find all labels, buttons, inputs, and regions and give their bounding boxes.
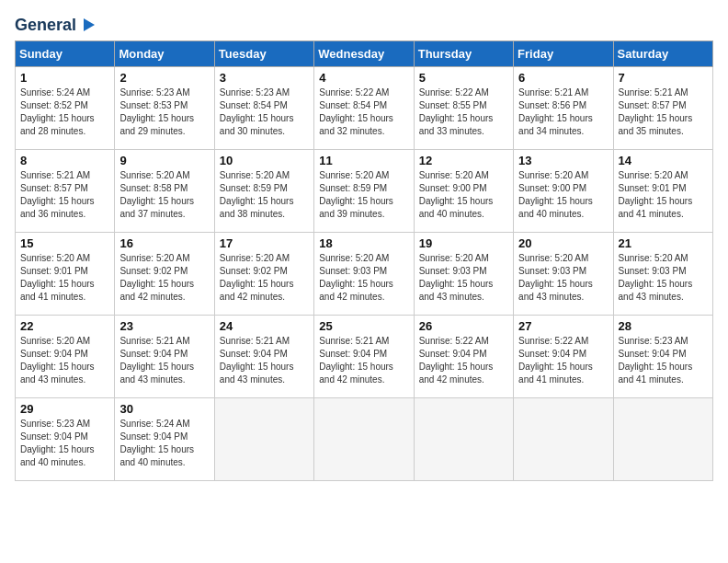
day-info: Sunrise: 5:20 AM Sunset: 9:01 PM Dayligh… xyxy=(20,252,109,304)
calendar-cell: 15 Sunrise: 5:20 AM Sunset: 9:01 PM Dayl… xyxy=(16,233,115,316)
day-number: 21 xyxy=(619,236,708,250)
calendar-cell: 19 Sunrise: 5:20 AM Sunset: 9:03 PM Dayl… xyxy=(414,233,513,316)
day-info: Sunrise: 5:22 AM Sunset: 9:04 PM Dayligh… xyxy=(419,335,508,386)
calendar-cell: 14 Sunrise: 5:20 AM Sunset: 9:01 PM Dayl… xyxy=(613,150,712,233)
calendar-cell: 17 Sunrise: 5:20 AM Sunset: 9:02 PM Dayl… xyxy=(214,233,313,316)
day-number: 16 xyxy=(119,236,209,250)
calendar-cell: 10 Sunrise: 5:20 AM Sunset: 8:59 PM Dayl… xyxy=(214,150,313,233)
day-number: 1 xyxy=(20,71,109,85)
calendar-cell xyxy=(214,398,313,481)
day-number: 8 xyxy=(20,154,109,167)
day-info: Sunrise: 5:20 AM Sunset: 9:00 PM Dayligh… xyxy=(419,169,508,221)
weekday-header-saturday: Saturday xyxy=(613,41,712,67)
calendar-week-5: 29 Sunrise: 5:23 AM Sunset: 9:04 PM Dayl… xyxy=(16,398,713,481)
calendar-cell: 23 Sunrise: 5:21 AM Sunset: 9:04 PM Dayl… xyxy=(115,316,214,398)
calendar-cell: 8 Sunrise: 5:21 AM Sunset: 8:57 PM Dayli… xyxy=(16,150,115,233)
weekday-header-sunday: Sunday xyxy=(16,41,115,67)
day-number: 5 xyxy=(419,71,508,85)
day-info: Sunrise: 5:20 AM Sunset: 9:04 PM Dayligh… xyxy=(20,335,109,386)
calendar-cell: 28 Sunrise: 5:23 AM Sunset: 9:04 PM Dayl… xyxy=(613,316,712,398)
day-info: Sunrise: 5:21 AM Sunset: 9:04 PM Dayligh… xyxy=(319,335,408,386)
day-info: Sunrise: 5:21 AM Sunset: 8:57 PM Dayligh… xyxy=(20,169,109,221)
page-header: General xyxy=(15,15,713,31)
day-info: Sunrise: 5:24 AM Sunset: 9:04 PM Dayligh… xyxy=(119,418,209,469)
calendar-cell: 3 Sunrise: 5:23 AM Sunset: 8:54 PM Dayli… xyxy=(214,67,313,150)
day-info: Sunrise: 5:22 AM Sunset: 8:54 PM Dayligh… xyxy=(319,86,408,138)
calendar-cell: 22 Sunrise: 5:20 AM Sunset: 9:04 PM Dayl… xyxy=(16,316,115,398)
day-info: Sunrise: 5:21 AM Sunset: 9:04 PM Dayligh… xyxy=(119,335,209,386)
day-info: Sunrise: 5:20 AM Sunset: 8:58 PM Dayligh… xyxy=(119,169,209,221)
day-info: Sunrise: 5:20 AM Sunset: 9:03 PM Dayligh… xyxy=(419,252,508,304)
day-info: Sunrise: 5:20 AM Sunset: 8:59 PM Dayligh… xyxy=(220,169,309,221)
day-number: 22 xyxy=(20,319,109,333)
logo-arrow-icon xyxy=(78,15,98,35)
weekday-header-wednesday: Wednesday xyxy=(314,41,414,67)
day-info: Sunrise: 5:23 AM Sunset: 9:04 PM Dayligh… xyxy=(619,335,708,386)
calendar-week-3: 15 Sunrise: 5:20 AM Sunset: 9:01 PM Dayl… xyxy=(16,233,713,316)
day-number: 6 xyxy=(518,71,608,85)
calendar-cell: 4 Sunrise: 5:22 AM Sunset: 8:54 PM Dayli… xyxy=(314,67,414,150)
day-number: 13 xyxy=(518,154,608,167)
day-number: 9 xyxy=(119,154,209,167)
calendar-cell xyxy=(613,398,712,481)
calendar-cell xyxy=(414,398,513,481)
calendar-cell: 25 Sunrise: 5:21 AM Sunset: 9:04 PM Dayl… xyxy=(314,316,414,398)
day-info: Sunrise: 5:22 AM Sunset: 9:04 PM Dayligh… xyxy=(518,335,608,386)
day-info: Sunrise: 5:23 AM Sunset: 8:54 PM Dayligh… xyxy=(220,86,309,138)
calendar-cell: 24 Sunrise: 5:21 AM Sunset: 9:04 PM Dayl… xyxy=(214,316,313,398)
weekday-header-monday: Monday xyxy=(115,41,214,67)
calendar-cell xyxy=(314,398,414,481)
calendar-cell: 11 Sunrise: 5:20 AM Sunset: 8:59 PM Dayl… xyxy=(314,150,414,233)
day-number: 2 xyxy=(119,71,209,85)
day-number: 26 xyxy=(419,319,508,333)
day-info: Sunrise: 5:23 AM Sunset: 8:53 PM Dayligh… xyxy=(119,86,209,138)
calendar-week-2: 8 Sunrise: 5:21 AM Sunset: 8:57 PM Dayli… xyxy=(16,150,713,233)
day-info: Sunrise: 5:20 AM Sunset: 9:01 PM Dayligh… xyxy=(619,169,708,221)
day-number: 24 xyxy=(220,319,309,333)
svg-marker-0 xyxy=(84,18,95,31)
day-number: 18 xyxy=(319,236,408,250)
day-info: Sunrise: 5:20 AM Sunset: 9:02 PM Dayligh… xyxy=(220,252,309,304)
calendar-cell: 9 Sunrise: 5:20 AM Sunset: 8:58 PM Dayli… xyxy=(115,150,214,233)
calendar-cell: 7 Sunrise: 5:21 AM Sunset: 8:57 PM Dayli… xyxy=(613,67,712,150)
day-number: 7 xyxy=(619,71,708,85)
calendar-table: SundayMondayTuesdayWednesdayThursdayFrid… xyxy=(15,40,713,481)
day-number: 15 xyxy=(20,236,109,250)
day-info: Sunrise: 5:20 AM Sunset: 9:03 PM Dayligh… xyxy=(319,252,408,304)
day-info: Sunrise: 5:24 AM Sunset: 8:52 PM Dayligh… xyxy=(20,86,109,138)
calendar-cell: 13 Sunrise: 5:20 AM Sunset: 9:00 PM Dayl… xyxy=(514,150,613,233)
weekday-header-tuesday: Tuesday xyxy=(214,41,313,67)
day-number: 14 xyxy=(619,154,708,167)
weekday-header-thursday: Thursday xyxy=(414,41,513,67)
day-number: 17 xyxy=(220,236,309,250)
day-number: 12 xyxy=(419,154,508,167)
calendar-cell: 16 Sunrise: 5:20 AM Sunset: 9:02 PM Dayl… xyxy=(115,233,214,316)
day-number: 11 xyxy=(319,154,408,167)
calendar-week-4: 22 Sunrise: 5:20 AM Sunset: 9:04 PM Dayl… xyxy=(16,316,713,398)
calendar-cell: 5 Sunrise: 5:22 AM Sunset: 8:55 PM Dayli… xyxy=(414,67,513,150)
day-number: 25 xyxy=(319,319,408,333)
calendar-week-1: 1 Sunrise: 5:24 AM Sunset: 8:52 PM Dayli… xyxy=(16,67,713,150)
weekday-header-friday: Friday xyxy=(514,41,613,67)
day-info: Sunrise: 5:20 AM Sunset: 9:03 PM Dayligh… xyxy=(619,252,708,304)
calendar-cell: 1 Sunrise: 5:24 AM Sunset: 8:52 PM Dayli… xyxy=(16,67,115,150)
day-info: Sunrise: 5:20 AM Sunset: 9:02 PM Dayligh… xyxy=(119,252,209,304)
day-number: 10 xyxy=(220,154,309,167)
day-info: Sunrise: 5:21 AM Sunset: 8:57 PM Dayligh… xyxy=(619,86,708,138)
day-number: 30 xyxy=(119,402,209,416)
calendar-cell: 27 Sunrise: 5:22 AM Sunset: 9:04 PM Dayl… xyxy=(514,316,613,398)
day-info: Sunrise: 5:20 AM Sunset: 9:00 PM Dayligh… xyxy=(518,169,608,221)
day-info: Sunrise: 5:20 AM Sunset: 9:03 PM Dayligh… xyxy=(518,252,608,304)
logo-general: General xyxy=(15,16,76,35)
day-number: 20 xyxy=(518,236,608,250)
day-number: 28 xyxy=(619,319,708,333)
day-info: Sunrise: 5:23 AM Sunset: 9:04 PM Dayligh… xyxy=(20,418,109,469)
day-number: 19 xyxy=(419,236,508,250)
day-number: 4 xyxy=(319,71,408,85)
calendar-cell: 30 Sunrise: 5:24 AM Sunset: 9:04 PM Dayl… xyxy=(115,398,214,481)
calendar-cell: 21 Sunrise: 5:20 AM Sunset: 9:03 PM Dayl… xyxy=(613,233,712,316)
day-number: 23 xyxy=(119,319,209,333)
calendar-cell: 12 Sunrise: 5:20 AM Sunset: 9:00 PM Dayl… xyxy=(414,150,513,233)
calendar-cell: 2 Sunrise: 5:23 AM Sunset: 8:53 PM Dayli… xyxy=(115,67,214,150)
calendar-cell: 20 Sunrise: 5:20 AM Sunset: 9:03 PM Dayl… xyxy=(514,233,613,316)
